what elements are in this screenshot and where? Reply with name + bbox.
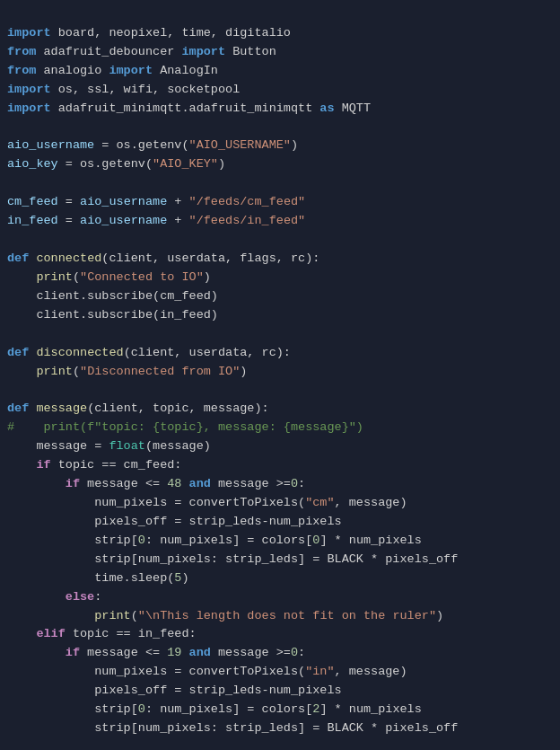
line-4: import os, ssl, wifi, socketpool [7, 83, 240, 96]
line-18: def disconnected(client, userdata, rc): [7, 346, 291, 359]
line-2: from adafruit_debouncer import Button [7, 45, 276, 58]
line-27: pixels_off = strip_leds-num_pixels [7, 515, 342, 528]
line-10: cm_feed = aio_username + "/feeds/cm_feed… [7, 195, 305, 208]
line-6 [7, 120, 14, 134]
line-19: print("Disconnected from IO") [7, 365, 247, 378]
line-16: client.subscribe(in_feed) [7, 308, 218, 322]
line-9 [7, 176, 14, 190]
line-11: in_feed = aio_username + "/feeds/in_feed… [7, 214, 305, 227]
line-7: aio_username = os.getenv("AIO_USERNAME") [7, 138, 298, 152]
line-31: else: [7, 590, 101, 604]
line-20 [7, 383, 14, 396]
line-12 [7, 233, 14, 246]
line-5: import adafruit_minimqtt.adafruit_minimq… [7, 101, 371, 115]
line-35: num_pixels = convertToPixels("in", messa… [7, 665, 407, 678]
line-29: strip[num_pixels: strip_leds] = BLACK * … [7, 552, 458, 566]
line-32: print("\nThis length does not fit on the… [7, 609, 443, 622]
line-25: if message <= 48 and message >=0: [7, 477, 305, 490]
line-24: if topic == cm_feed: [7, 458, 181, 472]
line-13: def connected(client, userdata, flags, r… [7, 251, 319, 265]
line-15: client.subscribe(cm_feed) [7, 289, 218, 303]
line-14: print("Connected to IO") [7, 270, 211, 284]
code-editor: import board, neopixel, time, digitalio … [0, 0, 560, 744]
line-1: import board, neopixel, time, digitalio [7, 26, 291, 40]
line-17 [7, 327, 14, 340]
line-38: strip[num_pixels: strip_leds] = BLACK * … [7, 721, 458, 735]
line-8: aio_key = os.getenv("AIO_KEY") [7, 157, 225, 171]
line-28: strip[0: num_pixels] = colors[0] * num_p… [7, 534, 422, 547]
line-30: time.sleep(5) [7, 571, 189, 585]
line-22: # print(f"topic: {topic}, message: {mess… [7, 420, 363, 434]
line-26: num_pixels = convertToPixels("cm", messa… [7, 496, 407, 509]
line-33: elif topic == in_feed: [7, 627, 197, 640]
line-21: def message(client, topic, message): [7, 401, 269, 415]
line-37: strip[0: num_pixels] = colors[2] * num_p… [7, 702, 422, 716]
line-34: if message <= 19 and message >=0: [7, 646, 305, 659]
line-36: pixels_off = strip_leds-num_pixels [7, 684, 342, 697]
line-23: message = float(message) [7, 439, 211, 453]
line-3: from analogio import AnalogIn [7, 64, 218, 77]
